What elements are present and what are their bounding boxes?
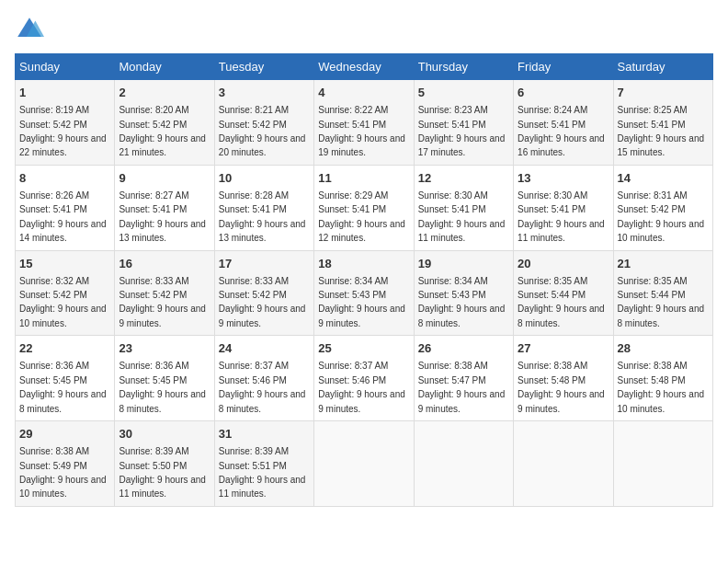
calendar-header: SundayMondayTuesdayWednesdayThursdayFrid… [16, 54, 713, 80]
day-info: Sunrise: 8:34 AMSunset: 5:43 PMDaylight:… [318, 276, 405, 328]
day-info: Sunrise: 8:33 AMSunset: 5:42 PMDaylight:… [219, 276, 306, 328]
day-info: Sunrise: 8:22 AMSunset: 5:41 PMDaylight:… [318, 105, 405, 157]
day-number: 12 [418, 170, 509, 187]
calendar-cell: 11 Sunrise: 8:29 AMSunset: 5:41 PMDaylig… [314, 165, 414, 250]
calendar-cell: 31 Sunrise: 8:39 AMSunset: 5:51 PMDaylig… [214, 421, 313, 507]
day-number: 17 [219, 256, 310, 272]
week-row-5: 29 Sunrise: 8:38 AMSunset: 5:49 PMDaylig… [16, 421, 713, 507]
calendar-cell: 15 Sunrise: 8:32 AMSunset: 5:42 PMDaylig… [16, 250, 115, 336]
day-info: Sunrise: 8:27 AMSunset: 5:41 PMDaylight:… [119, 190, 206, 243]
day-number: 26 [418, 340, 509, 357]
calendar-cell [514, 421, 613, 507]
day-info: Sunrise: 8:39 AMSunset: 5:51 PMDaylight:… [219, 446, 306, 499]
weekday-thursday: Thursday [414, 54, 513, 80]
day-info: Sunrise: 8:37 AMSunset: 5:46 PMDaylight:… [219, 361, 306, 413]
day-info: Sunrise: 8:19 AMSunset: 5:42 PMDaylight:… [19, 105, 107, 157]
day-number: 24 [219, 340, 310, 357]
week-row-2: 8 Sunrise: 8:26 AMSunset: 5:41 PMDayligh… [16, 165, 713, 250]
day-info: Sunrise: 8:23 AMSunset: 5:41 PMDaylight:… [418, 105, 506, 157]
calendar-cell: 30 Sunrise: 8:39 AMSunset: 5:50 PMDaylig… [115, 421, 214, 507]
calendar-cell: 18 Sunrise: 8:34 AMSunset: 5:43 PMDaylig… [314, 250, 414, 336]
calendar-cell: 13 Sunrise: 8:30 AMSunset: 5:41 PMDaylig… [514, 165, 613, 250]
day-number: 4 [318, 85, 409, 101]
week-row-4: 22 Sunrise: 8:36 AMSunset: 5:45 PMDaylig… [16, 336, 713, 421]
day-info: Sunrise: 8:26 AMSunset: 5:41 PMDaylight:… [19, 190, 107, 243]
day-number: 2 [119, 85, 210, 101]
weekday-sunday: Sunday [16, 54, 115, 80]
day-number: 6 [518, 85, 609, 101]
day-number: 14 [618, 170, 709, 187]
calendar-cell: 27 Sunrise: 8:38 AMSunset: 5:48 PMDaylig… [514, 336, 613, 421]
day-info: Sunrise: 8:30 AMSunset: 5:41 PMDaylight:… [518, 190, 605, 243]
calendar-cell: 25 Sunrise: 8:37 AMSunset: 5:46 PMDaylig… [314, 336, 414, 421]
calendar-cell: 4 Sunrise: 8:22 AMSunset: 5:41 PMDayligh… [314, 80, 414, 166]
calendar-cell: 2 Sunrise: 8:20 AMSunset: 5:42 PMDayligh… [115, 80, 214, 166]
calendar-cell: 19 Sunrise: 8:34 AMSunset: 5:43 PMDaylig… [414, 250, 513, 336]
calendar-cell: 14 Sunrise: 8:31 AMSunset: 5:42 PMDaylig… [613, 165, 712, 250]
day-info: Sunrise: 8:39 AMSunset: 5:50 PMDaylight:… [119, 446, 206, 499]
calendar-cell [613, 421, 712, 507]
calendar-cell: 24 Sunrise: 8:37 AMSunset: 5:46 PMDaylig… [214, 336, 313, 421]
day-number: 1 [19, 85, 110, 101]
calendar-body: 1 Sunrise: 8:19 AMSunset: 5:42 PMDayligh… [16, 80, 713, 507]
weekday-wednesday: Wednesday [314, 54, 414, 80]
calendar-cell: 8 Sunrise: 8:26 AMSunset: 5:41 PMDayligh… [16, 165, 115, 250]
day-number: 19 [418, 256, 509, 272]
calendar-cell: 21 Sunrise: 8:35 AMSunset: 5:44 PMDaylig… [613, 250, 712, 336]
calendar-cell [414, 421, 513, 507]
day-number: 11 [318, 170, 409, 187]
weekday-friday: Friday [514, 54, 613, 80]
day-info: Sunrise: 8:24 AMSunset: 5:41 PMDaylight:… [518, 105, 605, 157]
calendar-cell: 6 Sunrise: 8:24 AMSunset: 5:41 PMDayligh… [514, 80, 613, 166]
calendar-cell: 1 Sunrise: 8:19 AMSunset: 5:42 PMDayligh… [16, 80, 115, 166]
day-number: 7 [618, 85, 709, 101]
calendar-cell: 20 Sunrise: 8:35 AMSunset: 5:44 PMDaylig… [514, 250, 613, 336]
day-info: Sunrise: 8:36 AMSunset: 5:45 PMDaylight:… [119, 361, 206, 413]
day-number: 5 [418, 85, 509, 101]
day-number: 9 [119, 170, 210, 187]
calendar-cell: 17 Sunrise: 8:33 AMSunset: 5:42 PMDaylig… [214, 250, 313, 336]
calendar-table: SundayMondayTuesdayWednesdayThursdayFrid… [15, 53, 713, 507]
day-info: Sunrise: 8:38 AMSunset: 5:47 PMDaylight:… [418, 361, 506, 413]
day-number: 28 [618, 340, 709, 357]
page-header [15, 15, 713, 44]
day-info: Sunrise: 8:35 AMSunset: 5:44 PMDaylight:… [618, 276, 705, 328]
week-row-3: 15 Sunrise: 8:32 AMSunset: 5:42 PMDaylig… [16, 250, 713, 336]
day-info: Sunrise: 8:30 AMSunset: 5:41 PMDaylight:… [418, 190, 506, 243]
day-info: Sunrise: 8:29 AMSunset: 5:41 PMDaylight:… [318, 190, 405, 243]
day-info: Sunrise: 8:34 AMSunset: 5:43 PMDaylight:… [418, 276, 506, 328]
day-info: Sunrise: 8:31 AMSunset: 5:42 PMDaylight:… [618, 190, 705, 243]
day-info: Sunrise: 8:36 AMSunset: 5:45 PMDaylight:… [19, 361, 107, 413]
calendar-cell: 9 Sunrise: 8:27 AMSunset: 5:41 PMDayligh… [115, 165, 214, 250]
calendar-cell: 29 Sunrise: 8:38 AMSunset: 5:49 PMDaylig… [16, 421, 115, 507]
calendar-cell [314, 421, 414, 507]
weekday-monday: Monday [115, 54, 214, 80]
weekday-header-row: SundayMondayTuesdayWednesdayThursdayFrid… [16, 54, 713, 80]
calendar-cell: 23 Sunrise: 8:36 AMSunset: 5:45 PMDaylig… [115, 336, 214, 421]
weekday-tuesday: Tuesday [214, 54, 313, 80]
logo-icon [15, 15, 44, 44]
day-number: 15 [19, 256, 110, 272]
day-number: 31 [219, 426, 310, 442]
day-number: 20 [518, 256, 609, 272]
day-number: 23 [119, 340, 210, 357]
day-info: Sunrise: 8:20 AMSunset: 5:42 PMDaylight:… [119, 105, 206, 157]
calendar-cell: 12 Sunrise: 8:30 AMSunset: 5:41 PMDaylig… [414, 165, 513, 250]
day-number: 10 [219, 170, 310, 187]
calendar-cell: 10 Sunrise: 8:28 AMSunset: 5:41 PMDaylig… [214, 165, 313, 250]
day-info: Sunrise: 8:32 AMSunset: 5:42 PMDaylight:… [19, 276, 107, 328]
calendar-cell: 26 Sunrise: 8:38 AMSunset: 5:47 PMDaylig… [414, 336, 513, 421]
day-number: 3 [219, 85, 310, 101]
day-number: 16 [119, 256, 210, 272]
day-number: 25 [318, 340, 409, 357]
day-number: 30 [119, 426, 210, 442]
day-info: Sunrise: 8:38 AMSunset: 5:49 PMDaylight:… [19, 446, 107, 499]
calendar-cell: 3 Sunrise: 8:21 AMSunset: 5:42 PMDayligh… [214, 80, 313, 166]
day-info: Sunrise: 8:33 AMSunset: 5:42 PMDaylight:… [119, 276, 206, 328]
day-info: Sunrise: 8:38 AMSunset: 5:48 PMDaylight:… [618, 361, 705, 413]
calendar-cell: 5 Sunrise: 8:23 AMSunset: 5:41 PMDayligh… [414, 80, 513, 166]
day-info: Sunrise: 8:38 AMSunset: 5:48 PMDaylight:… [518, 361, 605, 413]
day-number: 13 [518, 170, 609, 187]
day-info: Sunrise: 8:37 AMSunset: 5:46 PMDaylight:… [318, 361, 405, 413]
weekday-saturday: Saturday [613, 54, 712, 80]
